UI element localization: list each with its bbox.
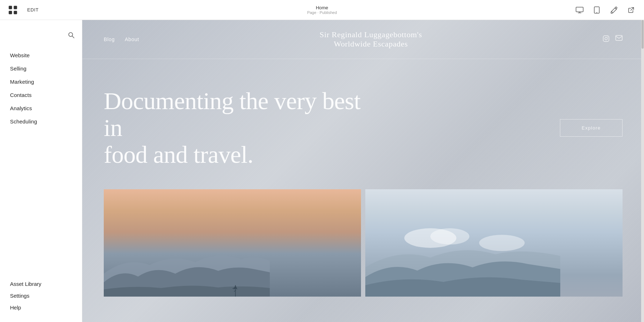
topbar: EDIT Home Page · Published — [0, 0, 644, 20]
svg-point-13 — [608, 36, 608, 37]
scrollbar[interactable] — [641, 20, 644, 322]
hero-text: Documenting the very best in food and tr… — [104, 88, 560, 168]
scrollbar-thumb[interactable] — [641, 20, 644, 49]
page-status: Page · Published — [307, 10, 337, 15]
site-title-text: Sir Reginald Luggagebottom's Worldwide E… — [319, 30, 422, 49]
svg-rect-3 — [14, 11, 17, 14]
nav-about[interactable]: About — [125, 36, 139, 42]
svg-rect-11 — [603, 36, 609, 42]
hero-heading: Documenting the very best in food and tr… — [104, 88, 383, 168]
preview-area: Blog About Sir Reginald Luggagebottom's … — [82, 20, 644, 322]
sidebar-item-asset-library[interactable]: Asset Library — [0, 278, 82, 290]
sidebar-nav: Website Selling Marketing Contacts Analy… — [0, 49, 82, 278]
site-gallery — [82, 189, 644, 297]
sidebar-item-website[interactable]: Website — [0, 49, 82, 62]
site-nav: Blog About — [104, 36, 139, 42]
site-title: Sir Reginald Luggagebottom's Worldwide E… — [319, 30, 422, 49]
gallery-image-left — [104, 189, 361, 297]
squarespace-logo[interactable] — [7, 4, 19, 16]
explore-button[interactable]: Explore — [560, 119, 623, 137]
sidebar: Website Selling Marketing Contacts Analy… — [0, 20, 82, 322]
sidebar-item-marketing[interactable]: Marketing — [0, 75, 82, 88]
topbar-center: Home Page · Published — [307, 5, 337, 15]
sidebar-item-analytics[interactable]: Analytics — [0, 102, 82, 115]
site-hero: Documenting the very best in food and tr… — [82, 59, 644, 189]
main-layout: Website Selling Marketing Contacts Analy… — [0, 20, 644, 322]
svg-point-16 — [430, 228, 469, 244]
svg-line-10 — [72, 36, 74, 38]
svg-point-12 — [605, 37, 608, 40]
svg-rect-0 — [9, 6, 12, 9]
preview-frame: Blog About Sir Reginald Luggagebottom's … — [82, 20, 644, 322]
gallery-image-right — [365, 189, 623, 297]
sidebar-item-settings[interactable]: Settings — [0, 290, 82, 302]
sidebar-item-selling[interactable]: Selling — [0, 62, 82, 75]
tablet-icon[interactable] — [591, 4, 602, 16]
email-icon[interactable] — [615, 35, 623, 44]
nav-blog[interactable]: Blog — [104, 36, 115, 42]
sidebar-top — [0, 31, 82, 49]
sidebar-bottom: Asset Library Settings Help — [0, 278, 82, 313]
sidebar-item-help[interactable]: Help — [0, 302, 82, 313]
page-title: Home — [307, 5, 337, 10]
mountain-svg-right — [365, 225, 560, 297]
svg-point-17 — [479, 235, 525, 251]
paint-icon[interactable] — [608, 4, 620, 16]
site-social-icons — [602, 35, 623, 44]
svg-rect-4 — [576, 7, 583, 12]
sidebar-item-contacts[interactable]: Contacts — [0, 88, 82, 102]
svg-rect-1 — [14, 6, 17, 9]
mountain-svg-left — [104, 239, 270, 297]
svg-rect-14 — [616, 35, 622, 40]
sidebar-item-scheduling[interactable]: Scheduling — [0, 115, 82, 128]
external-link-icon[interactable] — [625, 4, 637, 16]
instagram-icon[interactable] — [602, 35, 610, 44]
topbar-right — [574, 4, 637, 16]
website-preview: Blog About Sir Reginald Luggagebottom's … — [82, 20, 644, 322]
search-icon[interactable] — [68, 31, 75, 40]
site-header: Blog About Sir Reginald Luggagebottom's … — [82, 20, 644, 59]
edit-label[interactable]: EDIT — [27, 7, 39, 13]
svg-rect-2 — [9, 11, 12, 14]
svg-point-9 — [69, 33, 73, 36]
topbar-left: EDIT — [7, 4, 39, 16]
desktop-icon[interactable] — [574, 4, 585, 16]
svg-point-8 — [596, 12, 597, 13]
